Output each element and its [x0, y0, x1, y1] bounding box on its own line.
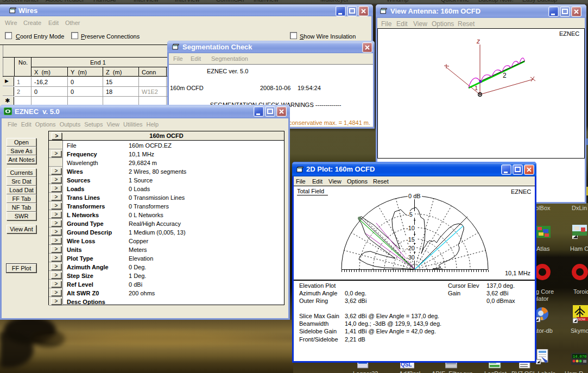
svg-text:Elevation Plot: Elevation Plot: [299, 282, 336, 289]
svg-text:Beamwidth: Beamwidth: [299, 320, 328, 327]
svg-text:3,62 dBi @ Elev Angle = 137,0: 3,62 dBi @ Elev Angle = 137,0 deg.: [345, 313, 439, 319]
svg-text:0,0 dBmax: 0,0 dBmax: [486, 298, 515, 304]
svg-text:1,41 dBi @ Elev Angle = 42,0 d: 1,41 dBi @ Elev Angle = 42,0 deg.: [345, 328, 436, 334]
svg-text:EZNEC: EZNEC: [559, 30, 579, 37]
svg-text:137,0 deg.: 137,0 deg.: [486, 282, 515, 289]
svg-text:0 dB: 0 dB: [408, 193, 421, 199]
svg-text:-30: -30: [406, 254, 415, 261]
svg-text:Front/Sidelobe: Front/Sidelobe: [299, 336, 338, 343]
svg-text:z: z: [476, 37, 480, 45]
svg-text:DOM: DOM: [578, 318, 585, 321]
svg-text:14.070: 14.070: [573, 355, 586, 359]
svg-text:2: 2: [503, 72, 507, 79]
svg-text:-15: -15: [406, 236, 415, 243]
svg-text:-5: -5: [407, 211, 413, 218]
svg-text:14,0 deg.; -3dB @ 129,9, 143,9: 14,0 deg.; -3dB @ 129,9, 143,9 deg.: [345, 320, 441, 327]
svg-text:EZNEC: EZNEC: [511, 188, 531, 195]
svg-text:Slice Max Gain: Slice Max Gain: [299, 313, 339, 319]
svg-text:Cursor Elev: Cursor Elev: [448, 282, 479, 289]
svg-text:1: 1: [475, 85, 478, 91]
svg-text:3,62 dBi: 3,62 dBi: [345, 298, 366, 304]
svg-text:-10: -10: [406, 225, 415, 231]
svg-text:Total Field: Total Field: [297, 188, 324, 194]
svg-text:3,62 dBi: 3,62 dBi: [486, 290, 508, 296]
svg-text:0,0 deg.: 0,0 deg.: [345, 290, 366, 296]
svg-text:-20: -20: [406, 245, 415, 251]
svg-text:Outer Ring: Outer Ring: [299, 298, 328, 304]
svg-text:Sidelobe Gain: Sidelobe Gain: [299, 328, 337, 334]
svg-text:Gain: Gain: [448, 290, 460, 296]
svg-text:2,21 dB: 2,21 dB: [345, 336, 365, 343]
svg-text:Azimuth Angle: Azimuth Angle: [299, 290, 337, 296]
svg-text:10,1 MHz: 10,1 MHz: [505, 270, 530, 276]
